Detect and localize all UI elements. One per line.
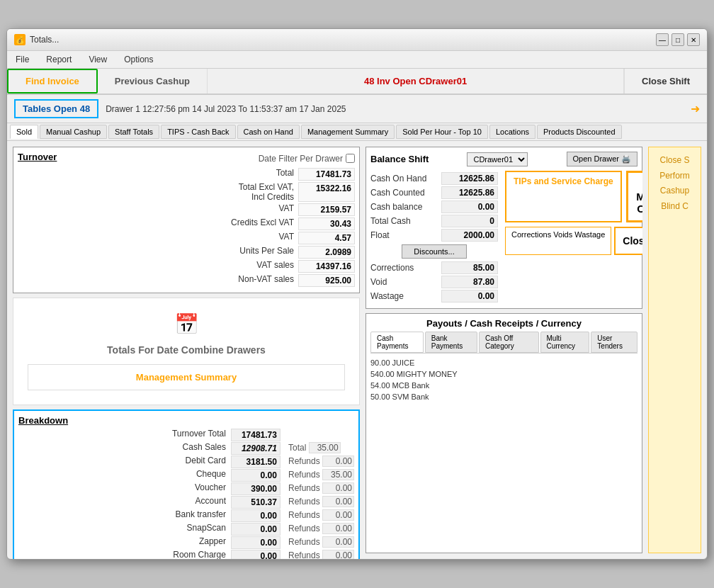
menu-file[interactable]: File: [13, 53, 32, 66]
open-drawer-button[interactable]: Open Drawer 🖨️: [567, 152, 638, 166]
minimize-button[interactable]: —: [656, 33, 669, 46]
breakdown-title: Breakdown: [18, 415, 68, 426]
corrections-voids-box: Corrections Voids Wastage: [505, 227, 611, 255]
nav-arrow-icon[interactable]: ➜: [691, 102, 700, 115]
far-right-line3: Cashup: [652, 183, 698, 199]
tips-area: TIPs and Service Charge: [505, 171, 622, 222]
tab-products-discounted[interactable]: Products Discounted: [537, 125, 622, 139]
payouts-item-0: 90.00 JUICE: [370, 358, 638, 368]
count-money-area: Count Money And Close Shift: [626, 171, 642, 222]
tab-sold-per-hour[interactable]: Sold Per Hour - Top 10: [396, 125, 488, 139]
balance-row-cash-on-hand: Cash On Hand 12625.86: [370, 172, 498, 185]
balance-row-wastage: Wastage 0.00: [370, 290, 498, 303]
breakdown-grid: Turnover Total 17481.73 Cash Sales 12908…: [18, 429, 354, 559]
balance-content: Cash On Hand 12625.86 Cash Counted 12625…: [370, 171, 638, 304]
turnover-row-non-vat: Non-VAT sales 925.00: [18, 274, 355, 287]
balance-left: Cash On Hand 12625.86 Cash Counted 12625…: [370, 171, 498, 304]
balance-row-float: Float 2000.00: [370, 229, 498, 242]
main-content: Turnover Date Filter Per Drawer Total 17…: [7, 141, 707, 559]
tab-management-summary[interactable]: Management Summary: [301, 125, 395, 139]
tab-sold[interactable]: Sold: [10, 125, 38, 139]
previous-cashup-button[interactable]: Previous Cashup: [98, 69, 208, 94]
date-filter: Date Filter Per Drawer: [259, 154, 355, 164]
restore-button[interactable]: □: [672, 33, 684, 46]
menu-view[interactable]: View: [86, 53, 110, 66]
toolbar: Find Invoice Previous Cashup 48 Inv Open…: [7, 69, 707, 95]
totals-box: 📅 Totals For Date Combine Drawers Manage…: [13, 298, 360, 405]
tips-count-row: TIPs and Service Charge Count Money And …: [505, 171, 642, 222]
tabs-bar: Sold Manual Cashup Staff Totals TIPS - C…: [7, 123, 707, 141]
title-bar-left: 💰 Totals...: [14, 34, 59, 45]
management-summary-button[interactable]: Management Summary: [28, 364, 345, 390]
right-panels-wrapper: Balance Shift CDrawer01 Open Drawer 🖨️ C…: [366, 147, 642, 553]
payouts-tab-bank-payments[interactable]: Bank Payments: [425, 332, 477, 353]
window-title: Totals...: [30, 35, 59, 45]
turnover-row-vat2: VAT 4.57: [18, 232, 355, 244]
turnover-row-credits-excl: Credits Excl VAT 30.43: [18, 217, 355, 230]
turnover-row-excl-vat: Total Excl VAT,Incl Credits 15322.16: [18, 182, 355, 202]
balance-title: Balance Shift: [370, 154, 429, 164]
turnover-row-vat: VAT 2159.57: [18, 203, 355, 216]
balance-row-total-cash: Total Cash 0: [370, 215, 498, 227]
tab-tips-cash-back[interactable]: TIPS - Cash Back: [161, 125, 235, 139]
tab-manual-cashup[interactable]: Manual Cashup: [40, 125, 107, 139]
drawer-select[interactable]: CDrawer01: [467, 152, 528, 166]
turnover-row-vat-sales: VAT sales 14397.16: [18, 260, 355, 273]
close-shift-button[interactable]: Close Shift ☑: [614, 227, 642, 255]
far-right-line2: Perform: [652, 169, 698, 184]
left-panel: Turnover Date Filter Per Drawer Total 17…: [13, 147, 360, 553]
payouts-item-1: 540.00 MIGHTY MONEY: [370, 369, 638, 379]
tips-title: TIPs and Service Charge: [514, 176, 613, 186]
title-bar: 💰 Totals... — □ ✕: [7, 29, 707, 51]
payouts-title: Payouts / Cash Receipts / Currency: [370, 318, 638, 329]
info-bar: Tables Open 48 Drawer 1 12:27:56 pm 14 J…: [7, 95, 707, 123]
turnover-title: Turnover: [18, 152, 57, 162]
payouts-item-2: 54.00 MCB Bank: [370, 380, 638, 390]
payouts-item-3: 50.00 SVM Bank: [370, 392, 638, 402]
title-controls: — □ ✕: [656, 33, 700, 46]
far-right-line4: Blind C: [652, 199, 698, 215]
balance-row-corrections: Corrections 85.00: [370, 261, 498, 274]
balance-row-void: Void 87.80: [370, 276, 498, 288]
turnover-row-units: Units Per Sale 2.0989: [18, 246, 355, 259]
tab-locations[interactable]: Locations: [489, 125, 536, 139]
payouts-items: 90.00 JUICE 540.00 MIGHTY MONEY 54.00 MC…: [370, 358, 638, 402]
close-button[interactable]: ✕: [687, 33, 700, 46]
balance-section: Balance Shift CDrawer01 Open Drawer 🖨️ C…: [366, 147, 642, 309]
app-icon: 💰: [14, 34, 26, 45]
far-right-panel: Close S Perform Cashup Blind C: [648, 147, 701, 553]
drawer-info-text: Drawer 1 12:27:56 pm 14 Jul 2023 To 11:5…: [106, 104, 684, 114]
calendar-icon: 📅: [174, 312, 199, 336]
balance-row-cash-balance: Cash balance 0.00: [370, 200, 498, 213]
find-invoice-button[interactable]: Find Invoice: [7, 69, 98, 94]
open-drawer-info-button[interactable]: 48 Inv Open CDrawer01: [208, 69, 624, 94]
turnover-row-total: Total 17481.73: [18, 168, 355, 181]
payouts-tab-multi-currency[interactable]: Multi Currency: [540, 332, 590, 353]
payouts-tab-user-tenders[interactable]: User Tenders: [591, 332, 638, 353]
far-right-line1: Close S: [652, 153, 698, 169]
count-money-title: Count Money And Close Shift: [634, 179, 642, 215]
close-shift-toolbar-button[interactable]: Close Shift: [624, 69, 707, 94]
breakdown-section: Breakdown Turnover Total 17481.73 Cash S…: [13, 409, 360, 559]
menu-report[interactable]: Report: [43, 53, 74, 66]
corrections-voids-text: Corrections Voids Wastage: [511, 230, 605, 239]
tab-staff-totals[interactable]: Staff Totals: [108, 125, 159, 139]
date-filter-checkbox[interactable]: [346, 154, 355, 163]
totals-title: Totals For Date Combine Drawers: [107, 344, 266, 356]
payouts-tabs: Cash Payments Bank Payments Cash Off Cat…: [370, 332, 638, 354]
right-action-area: TIPs and Service Charge Count Money And …: [505, 171, 642, 304]
close-shift-label: Close Shift: [623, 235, 642, 247]
tab-cash-on-hand[interactable]: Cash on Hand: [237, 125, 300, 139]
menu-bar: File Report View Options: [7, 51, 707, 69]
payouts-section: Payouts / Cash Receipts / Currency Cash …: [366, 313, 642, 553]
menu-options[interactable]: Options: [121, 53, 156, 66]
tables-open-label: Tables Open 48: [14, 99, 98, 118]
payouts-tab-cash-payments[interactable]: Cash Payments: [370, 332, 424, 353]
payouts-tab-cash-off-category[interactable]: Cash Off Category: [479, 332, 538, 353]
balance-header: Balance Shift CDrawer01 Open Drawer 🖨️: [370, 152, 638, 166]
corr-close-row: Corrections Voids Wastage Close Shift ☑: [505, 227, 642, 255]
turnover-section: Turnover Date Filter Per Drawer Total 17…: [13, 147, 360, 293]
main-window: 💰 Totals... — □ ✕ File Report View Optio…: [6, 28, 708, 560]
balance-row-cash-counted: Cash Counted 12625.86: [370, 186, 498, 199]
discounts-button[interactable]: Discounts...: [402, 244, 466, 259]
